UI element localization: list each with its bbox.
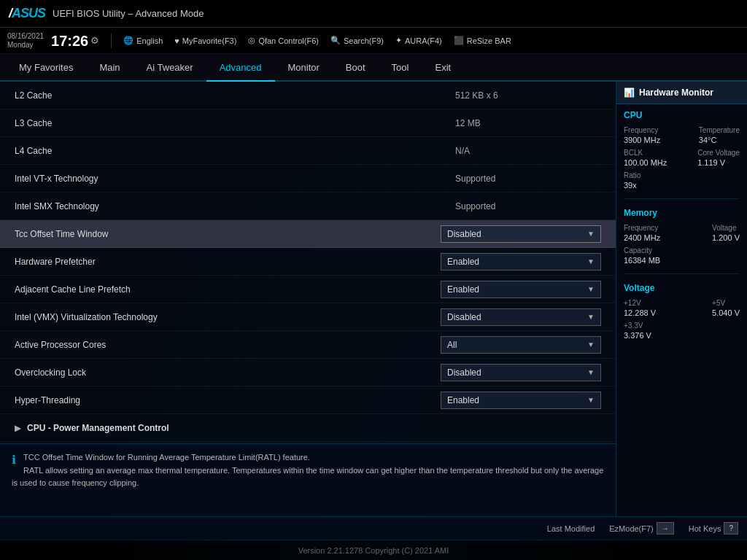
footer-ezmode[interactable]: EzMode(F7) → (609, 522, 674, 534)
bios-title: UEFI BIOS Utility – Advanced Mode (53, 8, 738, 19)
nav-item-advanced[interactable]: Advanced (206, 54, 275, 82)
setting-hw-prefetch[interactable]: Hardware Prefetcher Enabled ▼ (0, 248, 616, 276)
hw-mem-capacity-val: 16384 MB (624, 256, 740, 265)
nav-item-tool[interactable]: Tool (379, 54, 422, 82)
hw-cpu-section: CPU Frequency 3900 MHz Temperature 34°C … (616, 104, 747, 195)
hw-v33-col: +3.3V 3.376 V (624, 322, 740, 340)
header-bar: /ASUS UEFI BIOS Utility – Advanced Mode (0, 0, 747, 28)
version-text: Version 2.21.1278 Copyright (C) 2021 AMI (298, 546, 449, 555)
nav-item-favorites[interactable]: My Favorites (6, 54, 86, 82)
tcc-offset-arrow: ▼ (587, 230, 595, 238)
hw-v5-col: +5V 5.040 V (712, 299, 740, 317)
oc-lock-label: Overclocking Lock (15, 368, 441, 378)
ezmode-arrow-btn[interactable]: → (657, 522, 674, 534)
hw-v33-label: +3.3V (624, 322, 740, 330)
setting-smx: Intel SMX Technology Supported (0, 192, 616, 220)
l2cache-label: L2 Cache (15, 90, 455, 101)
hw-cpu-bclk-val: 100.00 MHz (624, 158, 667, 167)
hw-v12-label: +12V (624, 299, 656, 307)
version-bar: Version 2.21.1278 Copyright (C) 2021 AMI (0, 540, 747, 560)
topbar-aura[interactable]: ✦ AURA(F4) (395, 36, 442, 45)
hw-divider-2 (624, 273, 740, 274)
qfan-label: Qfan Control(F6) (258, 36, 319, 45)
hw-cpu-corevolt-label: Core Voltage (697, 149, 740, 157)
hw-divider-1 (624, 198, 740, 199)
hw-mem-freq-label: Frequency (624, 224, 660, 232)
setting-hyperthreading[interactable]: Hyper-Threading Enabled ▼ (0, 386, 616, 414)
hw-cpu-temp-val: 34°C (699, 136, 740, 144)
nav-item-main[interactable]: Main (86, 54, 133, 82)
vmx-select[interactable]: Disabled ▼ (441, 308, 601, 326)
clock-settings-icon[interactable]: ⚙ (90, 35, 99, 46)
resize-icon: ⬛ (454, 36, 464, 45)
hw-memory-section: Memory Frequency 2400 MHz Voltage 1.200 … (616, 202, 747, 271)
hw-prefetch-value: Enabled (447, 257, 479, 267)
submenu-cpu-power-label: CPU - Power Management Control (27, 423, 169, 433)
hw-mem-capacity-col: Capacity 16384 MB (624, 246, 740, 265)
info-panel: ℹ TCC Offset Time Window for Running Ave… (0, 443, 616, 516)
setting-proc-cores[interactable]: Active Processor Cores All ▼ (0, 331, 616, 359)
hyperthreading-select[interactable]: Enabled ▼ (441, 392, 601, 409)
l3cache-label: L3 Cache (15, 118, 455, 128)
topbar-search[interactable]: 🔍 Search(F9) (330, 36, 384, 45)
setting-oc-lock[interactable]: Overclocking Lock Disabled ▼ (0, 359, 616, 386)
info-text-line1: TCC Offset Time Window for Running Avera… (23, 453, 310, 462)
nav-item-monitor[interactable]: Monitor (275, 54, 333, 82)
footer-last-modified[interactable]: Last Modified (547, 524, 595, 533)
day-display: Monday (7, 41, 44, 50)
submenu-arrow-icon: ▶ (15, 423, 21, 433)
hw-cpu-ratio-col: Ratio 39x (624, 171, 740, 190)
monitor-icon: 📊 (624, 88, 635, 98)
submenu-cpu-power[interactable]: ▶ CPU - Power Management Control (0, 414, 616, 442)
l4cache-value: N/A (455, 146, 601, 156)
hw-voltage-title: Voltage (624, 283, 740, 293)
vtx-value: Supported (455, 174, 601, 184)
settings-panel: L2 Cache 512 KB x 6 L3 Cache 12 MB L4 Ca… (0, 82, 616, 516)
footer-bar: Last Modified EzMode(F7) → Hot Keys ? (0, 516, 747, 540)
topbar-qfan[interactable]: ◎ Qfan Control(F6) (248, 36, 319, 45)
heart-icon: ♥ (174, 36, 179, 45)
last-modified-label: Last Modified (547, 524, 595, 533)
asus-logo: /ASUS (9, 6, 45, 21)
topbar-myfavorite[interactable]: ♥ MyFavorite(F3) (174, 36, 236, 45)
hw-mem-freq-col: Frequency 2400 MHz (624, 224, 660, 242)
myfavorite-label: MyFavorite(F3) (182, 36, 237, 45)
fan-icon: ◎ (248, 36, 255, 45)
smx-value: Supported (455, 201, 601, 211)
settings-list: L2 Cache 512 KB x 6 L3 Cache 12 MB L4 Ca… (0, 82, 616, 443)
nav-item-aitweaker[interactable]: Ai Tweaker (133, 54, 206, 82)
setting-vmx[interactable]: Intel (VMX) Virtualization Technology Di… (0, 303, 616, 331)
main-nav: My Favorites Main Ai Tweaker Advanced Mo… (0, 54, 747, 82)
hw-prefetch-select[interactable]: Enabled ▼ (441, 253, 601, 271)
adj-cache-select[interactable]: Enabled ▼ (441, 281, 601, 298)
topbar: 08/16/2021 Monday 17:26 ⚙ 🌐 English ♥ My… (0, 28, 747, 54)
topbar-resizebar[interactable]: ⬛ ReSize BAR (454, 36, 511, 45)
setting-tcc-offset[interactable]: Tcc Offset Time Window Disabled ▼ (0, 220, 616, 248)
setting-l3cache: L3 Cache 12 MB (0, 109, 616, 137)
hw-mem-freq-val: 2400 MHz (624, 233, 660, 242)
resize-label: ReSize BAR (467, 36, 511, 45)
hw-v5-label: +5V (712, 299, 740, 307)
smx-label: Intel SMX Technology (15, 201, 455, 211)
proc-cores-select[interactable]: All ▼ (441, 336, 601, 354)
proc-cores-label: Active Processor Cores (15, 340, 441, 350)
hw-monitor-label: Hardware Monitor (639, 88, 713, 98)
hotkeys-key-btn[interactable]: ? (724, 522, 738, 534)
hw-cpu-bclk-volt-row: BCLK 100.00 MHz Core Voltage 1.119 V (624, 149, 740, 167)
nav-item-boot[interactable]: Boot (333, 54, 379, 82)
hw-cpu-freq-val: 3900 MHz (624, 136, 660, 144)
footer-hotkeys[interactable]: Hot Keys ? (689, 522, 738, 534)
nav-item-exit[interactable]: Exit (422, 54, 464, 82)
setting-vtx: Intel VT-x Technology Supported (0, 165, 616, 192)
search-icon: 🔍 (330, 36, 341, 45)
vtx-label: Intel VT-x Technology (15, 174, 455, 184)
setting-adj-cache[interactable]: Adjacent Cache Line Prefetch Enabled ▼ (0, 276, 616, 303)
tcc-offset-select[interactable]: Disabled ▼ (441, 225, 601, 243)
hotkeys-label: Hot Keys (689, 524, 721, 533)
hardware-monitor-panel: 📊 Hardware Monitor CPU Frequency 3900 MH… (616, 82, 747, 516)
language-label: English (136, 36, 163, 45)
hw-memory-title: Memory (624, 208, 740, 218)
hw-voltage-section: Voltage +12V 12.288 V +5V 5.040 V +3.3V … (616, 277, 747, 346)
topbar-language[interactable]: 🌐 English (123, 36, 163, 45)
oc-lock-select[interactable]: Disabled ▼ (441, 364, 601, 381)
